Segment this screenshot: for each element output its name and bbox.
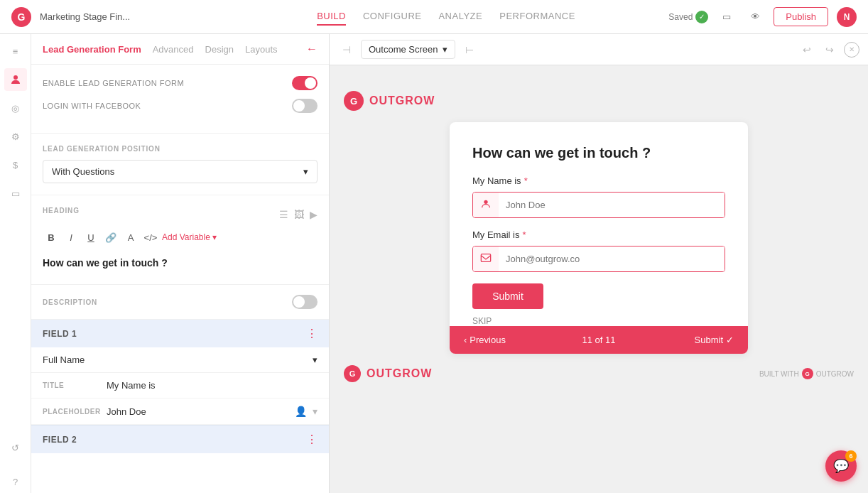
tab-configure[interactable]: CONFIGURE bbox=[363, 8, 422, 26]
field1-type-value: Full Name bbox=[43, 354, 85, 365]
skip-link[interactable]: SKIP bbox=[472, 316, 725, 326]
bold-button[interactable]: B bbox=[43, 229, 60, 246]
redo-icon[interactable]: ↪ bbox=[821, 41, 838, 58]
email-input-icon bbox=[473, 246, 499, 271]
format-bar: B I U 🔗 A </> Add Variable ▾ bbox=[43, 229, 318, 246]
next-screen-icon[interactable]: ⊢ bbox=[461, 41, 478, 58]
form-card: How can we get in touch ? My Name is * M… bbox=[450, 122, 748, 354]
chat-bubble-button[interactable]: 💬 6 bbox=[825, 450, 857, 482]
name-label: My Name is * bbox=[472, 175, 725, 186]
color-button[interactable]: A bbox=[122, 229, 139, 246]
nav-tabs: BUILD CONFIGURE ANALYZE PERFORMANCE bbox=[317, 8, 575, 26]
field1-type-dropdown[interactable]: Full Name ▾ bbox=[31, 347, 329, 373]
field1-placeholder-key: PLACEHOLDER bbox=[43, 408, 107, 416]
email-input[interactable] bbox=[499, 246, 725, 271]
field1-placeholder-row: PLACEHOLDER John Doe 👤 ▾ bbox=[31, 399, 329, 425]
name-input-wrap bbox=[472, 192, 725, 218]
prev-button[interactable]: ‹ Previous bbox=[464, 335, 554, 345]
eye-icon[interactable]: 👁 bbox=[745, 7, 765, 27]
publish-button[interactable]: Publish bbox=[774, 7, 828, 26]
description-label: DESCRIPTION bbox=[43, 298, 97, 306]
heading-section: HEADING ☰ 🖼 ▶ B I U 🔗 A </> Add Variable… bbox=[31, 195, 329, 285]
video-icon[interactable]: ▶ bbox=[310, 209, 318, 220]
avatar[interactable]: N bbox=[837, 7, 857, 27]
tab-build[interactable]: BUILD bbox=[317, 8, 346, 26]
page-indicator: 11 of 11 bbox=[554, 335, 644, 345]
sidebar-icon-target[interactable]: ◎ bbox=[4, 97, 27, 119]
preview-canvas: G OUTGROW How can we get in touch ? My N… bbox=[330, 65, 868, 493]
back-arrow-icon[interactable]: ← bbox=[306, 43, 318, 55]
screen-chevron-icon: ▾ bbox=[443, 44, 447, 55]
panel-content: ENABLE LEAD GENERATION FORM LOGIN WITH F… bbox=[31, 65, 329, 493]
heading-text[interactable]: How can we get in touch ? bbox=[43, 253, 318, 273]
outgrow-logo-bottom-icon: G bbox=[344, 365, 361, 382]
link-button[interactable]: 🔗 bbox=[102, 229, 119, 246]
svg-point-1 bbox=[484, 200, 487, 204]
monitor-icon[interactable]: ▭ bbox=[717, 7, 737, 27]
screen-selector[interactable]: Outcome Screen ▾ bbox=[361, 40, 455, 59]
description-toggle-knob bbox=[293, 296, 305, 308]
form-nav-bar: ‹ Previous 11 of 11 Submit ✓ bbox=[450, 326, 748, 354]
list-icon[interactable]: ☰ bbox=[279, 209, 288, 220]
sidebar-icon-help[interactable]: ? bbox=[4, 470, 27, 493]
tab-analyze[interactable]: ANALYZE bbox=[438, 8, 482, 26]
submit-nav-button[interactable]: Submit ✓ bbox=[644, 335, 734, 345]
sidebar-icon-mobile[interactable]: ▭ bbox=[4, 182, 27, 205]
name-required: * bbox=[524, 175, 528, 186]
footer-small-logo: G bbox=[802, 368, 813, 379]
sidebar-icon-gear[interactable]: ⚙ bbox=[4, 125, 27, 148]
underline-button[interactable]: U bbox=[82, 229, 99, 246]
panel-tab-lead-gen[interactable]: Lead Generation Form bbox=[43, 44, 141, 55]
email-label: My Email is * bbox=[472, 229, 725, 240]
field1-label: FIELD 1 bbox=[43, 329, 77, 339]
left-panel: Lead Generation Form Advanced Design Lay… bbox=[31, 34, 330, 493]
field2-menu-icon[interactable]: ⋮ bbox=[306, 433, 318, 446]
built-with-badge: BUILT WITH G OUTGROW bbox=[759, 368, 854, 379]
enable-toggle[interactable] bbox=[292, 76, 318, 90]
tab-performance[interactable]: PERFORMANCE bbox=[499, 8, 575, 26]
nav-right: Saved ✓ ▭ 👁 Publish N bbox=[668, 7, 857, 27]
field1-header[interactable]: FIELD 1 ⋮ bbox=[31, 320, 329, 347]
person-input-icon bbox=[473, 193, 499, 217]
screen-label: Outcome Screen bbox=[369, 44, 438, 55]
chat-notification-badge: 6 bbox=[845, 450, 857, 462]
enable-toggle-row: ENABLE LEAD GENERATION FORM bbox=[43, 76, 318, 90]
panel-tab-advanced[interactable]: Advanced bbox=[153, 44, 194, 55]
chevron-down-icon-ph[interactable]: ▾ bbox=[313, 406, 318, 417]
image-icon[interactable]: 🖼 bbox=[294, 209, 304, 220]
preview-outgrow-header: G OUTGROW bbox=[344, 80, 854, 122]
add-variable-button[interactable]: Add Variable ▾ bbox=[162, 232, 217, 242]
field2-header[interactable]: FIELD 2 ⋮ bbox=[31, 425, 329, 453]
prev-screen-icon[interactable]: ⊣ bbox=[338, 41, 355, 58]
name-input[interactable] bbox=[499, 193, 725, 217]
code-button[interactable]: </> bbox=[142, 229, 159, 246]
italic-button[interactable]: I bbox=[63, 229, 80, 246]
panel-header: Lead Generation Form Advanced Design Lay… bbox=[31, 34, 329, 65]
sidebar-icon-menu[interactable]: ≡ bbox=[4, 40, 27, 63]
sidebar-icon-refresh[interactable]: ↺ bbox=[4, 436, 27, 459]
position-dropdown[interactable]: With Questions ▾ bbox=[43, 160, 318, 183]
main-layout: ≡ ◎ ⚙ $ ▭ ↺ ? Lead Generation Form Advan… bbox=[0, 34, 868, 493]
position-section: LEAD GENERATION POSITION With Questions … bbox=[31, 134, 329, 195]
saved-badge: Saved ✓ bbox=[668, 11, 708, 23]
enable-toggle-label: ENABLE LEAD GENERATION FORM bbox=[43, 79, 184, 87]
preview-area: ⊣ Outcome Screen ▾ ⊢ ↩ ↪ ✕ G OUTGROW How bbox=[330, 34, 868, 493]
sidebar-icon-user[interactable] bbox=[4, 68, 27, 91]
description-toggle[interactable] bbox=[292, 295, 318, 309]
stop-icon[interactable]: ✕ bbox=[844, 42, 859, 58]
top-navigation: G Marketing Stage Fin... BUILD CONFIGURE… bbox=[0, 0, 868, 34]
position-value: With Questions bbox=[52, 166, 114, 177]
facebook-toggle-knob bbox=[293, 100, 305, 112]
facebook-toggle[interactable] bbox=[292, 99, 318, 113]
sidebar-icon-dollar[interactable]: $ bbox=[4, 153, 27, 176]
undo-icon[interactable]: ↩ bbox=[798, 41, 815, 58]
field1-menu-icon[interactable]: ⋮ bbox=[306, 327, 318, 340]
outgrow-logo-bottom-text: OUTGROW bbox=[367, 367, 432, 380]
form-submit-button[interactable]: Submit bbox=[472, 283, 543, 309]
chevron-icon: ▾ bbox=[212, 232, 217, 242]
panel-tab-layouts[interactable]: Layouts bbox=[245, 44, 278, 55]
heading-section-label: HEADING bbox=[43, 207, 80, 215]
app-logo: G bbox=[11, 7, 31, 27]
svg-point-0 bbox=[13, 75, 18, 80]
panel-tab-design[interactable]: Design bbox=[205, 44, 234, 55]
